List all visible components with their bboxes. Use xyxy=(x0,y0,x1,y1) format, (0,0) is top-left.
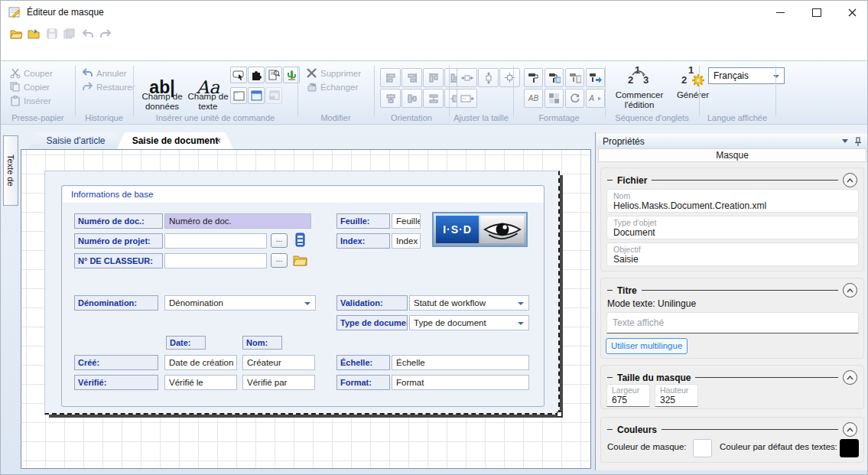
sheet-label[interactable]: Feuille: xyxy=(336,213,390,229)
index-label[interactable]: Index: xyxy=(336,233,390,249)
text-color-swatch[interactable] xyxy=(840,439,859,457)
doc-type-combo[interactable]: Type de document xyxy=(409,315,529,330)
verified-label[interactable]: Vérifié: xyxy=(74,375,158,390)
button-control-icon[interactable] xyxy=(230,67,247,83)
plugin-icon[interactable] xyxy=(248,67,265,83)
panel-menu-icon[interactable] xyxy=(842,139,848,143)
mask-surface[interactable]: Informations de base Numéro de doc.: Num… xyxy=(44,171,560,415)
undo-icon[interactable] xyxy=(80,26,96,41)
minimize-button[interactable] xyxy=(762,1,798,24)
save-icon[interactable] xyxy=(44,26,60,41)
distribute-horizontal-icon[interactable] xyxy=(423,89,444,108)
center-vertical-icon[interactable] xyxy=(401,89,422,108)
validation-label[interactable]: Validation: xyxy=(336,295,408,311)
dialog-arrow-icon[interactable] xyxy=(265,87,282,104)
doc-preview-icon[interactable] xyxy=(265,67,282,83)
scale-field[interactable]: Échelle xyxy=(392,355,529,370)
project-browse-button[interactable]: ... xyxy=(271,233,288,248)
width-field[interactable]: Largeur 675 xyxy=(606,384,650,407)
verified-name-field[interactable]: Vérifié par xyxy=(242,375,315,390)
mask-color-swatch[interactable] xyxy=(693,439,712,457)
binder-number-label[interactable]: N° DE CLASSEUR: xyxy=(74,253,163,268)
binder-browse-button[interactable]: ... xyxy=(271,253,288,268)
binder-number-field[interactable] xyxy=(164,253,267,268)
resize-handle[interactable] xyxy=(557,412,562,417)
same-width-icon[interactable] xyxy=(457,68,477,87)
center-horizontal-icon[interactable] xyxy=(380,89,401,108)
use-multilingual-button[interactable]: Utiliser multilingue xyxy=(606,338,688,354)
translation-text-tab[interactable]: Texte de traduction xyxy=(3,135,18,206)
align-left-icon[interactable] xyxy=(380,68,401,87)
created-name-field[interactable]: Créateur xyxy=(242,355,315,370)
format-painter-apply-icon[interactable] xyxy=(586,68,605,87)
rename-icon[interactable]: A xyxy=(586,89,605,108)
index-field[interactable]: Index xyxy=(392,233,421,249)
save-all-icon[interactable] xyxy=(61,26,77,41)
project-number-label[interactable]: Numéro de projet: xyxy=(74,233,163,249)
language-select[interactable]: Français xyxy=(708,67,785,84)
sheet-field[interactable]: Feuille xyxy=(392,213,421,229)
validation-combo[interactable]: Statut de workflow xyxy=(409,295,529,311)
squares-icon[interactable] xyxy=(545,89,564,108)
date-header-label[interactable]: Date: xyxy=(166,336,206,350)
denomination-label[interactable]: Dénomination: xyxy=(74,295,158,311)
project-number-field[interactable] xyxy=(164,233,267,249)
swap-button[interactable]: Échanger xyxy=(304,80,360,93)
text-field-button[interactable]: Aa Champ de texte xyxy=(187,66,229,113)
open-mask-icon[interactable] xyxy=(26,26,42,41)
format-field[interactable]: Format xyxy=(392,375,529,390)
chevron-up-icon xyxy=(847,178,853,183)
height-field[interactable]: Hauteur 325 xyxy=(655,384,698,407)
open-icon[interactable] xyxy=(8,26,24,41)
doc-type-label[interactable]: Type de document: xyxy=(336,315,408,330)
tab-saisie-article[interactable]: Saisie d'article xyxy=(28,132,123,149)
close-button[interactable] xyxy=(834,1,868,24)
redo-icon[interactable] xyxy=(97,26,113,41)
refresh-icon[interactable] xyxy=(565,89,584,108)
collapse-section-button[interactable] xyxy=(843,370,857,385)
name-header-label[interactable]: Nom: xyxy=(242,336,282,350)
scale-label[interactable]: Échelle: xyxy=(336,355,390,370)
created-label[interactable]: Créé: xyxy=(74,355,158,370)
same-size-icon[interactable] xyxy=(499,68,520,87)
collapse-dash-icon xyxy=(607,290,613,291)
start-edit-button[interactable]: 1 2 3 Commencer l'édition xyxy=(609,66,670,113)
displayed-text-input[interactable] xyxy=(606,312,859,333)
shrink-width-icon[interactable] xyxy=(457,89,477,108)
cut-button[interactable]: Couper xyxy=(7,67,55,80)
copy-button[interactable]: Copier xyxy=(7,80,52,93)
verified-date-field[interactable]: Vérifié le xyxy=(164,375,237,390)
maximize-button[interactable] xyxy=(799,1,834,24)
same-height-icon[interactable] xyxy=(478,68,499,87)
denomination-combo[interactable]: Dénomination xyxy=(164,295,316,311)
format-painter-icon[interactable] xyxy=(524,68,543,87)
align-right-icon[interactable] xyxy=(401,68,422,87)
doc-number-field[interactable]: Numéro de doc. xyxy=(164,213,311,229)
format-painter-paste-icon[interactable] xyxy=(565,68,584,87)
mask-editor-window: Éditeur de masque xyxy=(0,0,868,475)
project-list-icon[interactable] xyxy=(294,233,306,247)
redo-button[interactable]: Restaurer xyxy=(80,80,138,93)
undo-button[interactable]: Annuler xyxy=(80,67,129,80)
delete-button[interactable]: Supprimer xyxy=(304,67,363,80)
data-field-button[interactable]: ab| Champ de données xyxy=(138,66,186,113)
created-date-field[interactable]: Date de création xyxy=(164,355,237,370)
format-label[interactable]: Format: xyxy=(336,375,390,390)
align-top-icon[interactable] xyxy=(423,68,444,87)
doc-number-label[interactable]: Numéro de doc.: xyxy=(74,213,163,229)
ab-format-icon[interactable]: AB xyxy=(524,89,543,108)
collapse-section-button[interactable] xyxy=(843,283,857,298)
objective-field[interactable]: Objectif Saisie xyxy=(606,242,859,266)
collapse-section-button[interactable] xyxy=(843,422,857,437)
tab-saisie-document[interactable]: Saisie de document × xyxy=(117,132,233,149)
object-type-field[interactable]: Type d'objet Document xyxy=(606,216,859,239)
folder-icon[interactable] xyxy=(293,254,307,266)
paste-button[interactable]: Insérer xyxy=(7,94,54,107)
dialog-control-icon[interactable] xyxy=(248,87,265,104)
collapse-section-button[interactable] xyxy=(843,173,857,187)
pin-icon[interactable] xyxy=(854,137,862,146)
close-tab-icon[interactable]: × xyxy=(215,132,221,149)
frame-control-icon[interactable] xyxy=(230,87,247,104)
file-name-field[interactable]: Nom Helios.Masks.Document.Creation.xml xyxy=(606,189,859,213)
format-painter-doc-icon[interactable] xyxy=(545,68,564,87)
